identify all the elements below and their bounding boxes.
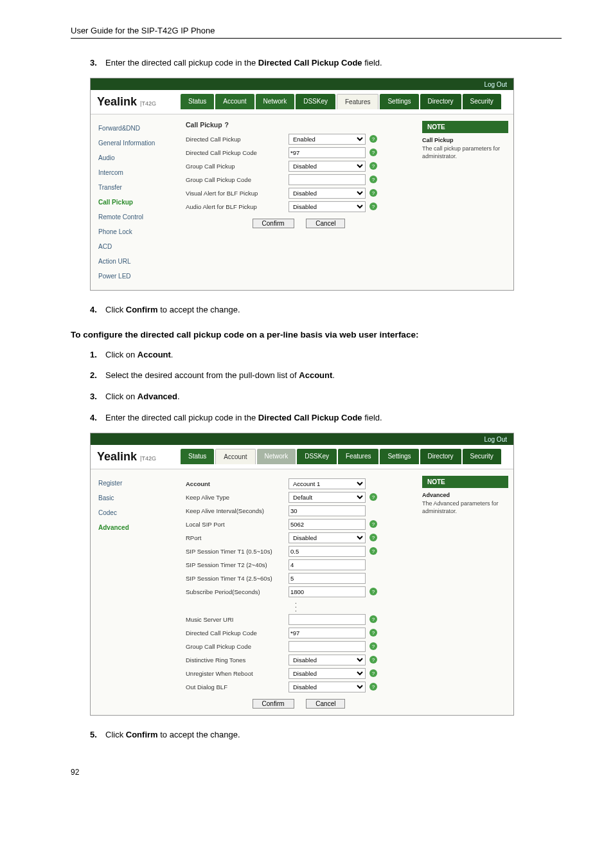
logo-text: Yealink bbox=[97, 450, 137, 463]
confirm-button[interactable]: Confirm bbox=[253, 219, 294, 228]
tab-network[interactable]: Network bbox=[256, 94, 295, 109]
tab-features[interactable]: Features bbox=[337, 94, 378, 109]
field-select[interactable]: Enabled bbox=[289, 134, 366, 145]
field-input[interactable] bbox=[289, 546, 366, 557]
help-icon[interactable]: ? bbox=[369, 162, 377, 170]
sidebar-item-power-led[interactable]: Power LED bbox=[91, 269, 181, 284]
help-icon[interactable]: ? bbox=[369, 629, 377, 637]
sidebar-item-basic[interactable]: Basic bbox=[91, 491, 181, 505]
tab-directory[interactable]: Directory bbox=[420, 449, 461, 464]
help-icon[interactable]: ? bbox=[369, 149, 377, 156]
help-icon[interactable]: ? bbox=[369, 547, 377, 555]
field-input[interactable] bbox=[289, 628, 366, 638]
step-text: Enter the directed call pickup code in t… bbox=[105, 411, 562, 425]
sidebar-item-intercom[interactable]: Intercom bbox=[91, 165, 181, 180]
field-select[interactable]: Disabled bbox=[289, 668, 366, 679]
sidebar-item-audio[interactable]: Audio bbox=[91, 150, 181, 165]
logout-link[interactable]: Log Out bbox=[91, 433, 513, 445]
tab-directory[interactable]: Directory bbox=[420, 94, 461, 109]
step: 1.Click on Account. bbox=[90, 348, 562, 362]
sidebar-item-call-pickup[interactable]: Call Pickup bbox=[91, 195, 181, 210]
cancel-button[interactable]: Cancel bbox=[306, 219, 345, 228]
form-row: Group Call Pickup Code? bbox=[186, 641, 412, 652]
tab-settings[interactable]: Settings bbox=[380, 94, 418, 109]
side-menu: Forward&DND General Information Audio In… bbox=[91, 114, 181, 290]
logout-link[interactable]: Log Out bbox=[91, 78, 513, 90]
text-fragment: to accept the change. bbox=[158, 305, 240, 314]
step-3: 3. Enter the directed call pickup code i… bbox=[90, 57, 562, 70]
text-bold: Account bbox=[138, 350, 171, 359]
field-input[interactable] bbox=[289, 614, 366, 625]
note-heading: Advanced bbox=[422, 492, 508, 500]
sidebar-item-transfer[interactable]: Transfer bbox=[91, 180, 181, 195]
help-icon[interactable]: ? bbox=[369, 615, 377, 623]
field-label: Keep Alive Interval(Seconds) bbox=[186, 507, 289, 514]
note-header: NOTE bbox=[422, 121, 508, 133]
field-input[interactable] bbox=[289, 147, 366, 158]
help-icon[interactable]: ? bbox=[369, 135, 377, 143]
help-icon[interactable]: ? bbox=[369, 520, 377, 528]
field-label: Group Call Pickup bbox=[186, 163, 289, 170]
tab-status[interactable]: Status bbox=[181, 94, 214, 109]
tab-security[interactable]: Security bbox=[463, 94, 501, 109]
field-input[interactable] bbox=[289, 586, 366, 597]
tab-dsskey[interactable]: DSSKey bbox=[296, 94, 335, 109]
form-row: Music Server URI? bbox=[186, 614, 412, 625]
sidebar-item-register[interactable]: Register bbox=[91, 476, 181, 491]
sidebar-item-forward-dnd[interactable]: Forward&DND bbox=[91, 121, 181, 136]
help-icon[interactable]: ? bbox=[369, 669, 377, 677]
field-select[interactable]: Disabled bbox=[289, 532, 366, 543]
field-select[interactable]: Disabled bbox=[289, 161, 366, 172]
help-icon[interactable]: ? bbox=[369, 683, 377, 691]
cancel-button[interactable]: Cancel bbox=[306, 699, 345, 709]
field-input[interactable] bbox=[289, 519, 366, 530]
sidebar-item-phone-lock[interactable]: Phone Lock bbox=[91, 224, 181, 239]
tab-security[interactable]: Security bbox=[463, 449, 501, 464]
tab-account[interactable]: Account bbox=[215, 449, 255, 464]
sidebar-item-codec[interactable]: Codec bbox=[91, 505, 181, 520]
field-select[interactable]: Disabled bbox=[289, 655, 366, 665]
sidebar-item-action-url[interactable]: Action URL bbox=[91, 254, 181, 269]
tab-features[interactable]: Features bbox=[338, 449, 378, 464]
tab-network[interactable]: Network bbox=[257, 449, 296, 464]
help-icon[interactable]: ? bbox=[369, 534, 377, 541]
sidebar-item-general-info[interactable]: General Information bbox=[91, 136, 181, 150]
help-icon[interactable]: ? bbox=[369, 493, 377, 501]
form-row: RPortDisabled? bbox=[186, 532, 412, 543]
field-select[interactable]: Default bbox=[289, 492, 366, 503]
tab-status[interactable]: Status bbox=[181, 449, 214, 464]
form-row: Unregister When RebootDisabled? bbox=[186, 668, 412, 679]
note-column: NOTE Advanced The Advanced parameters fo… bbox=[417, 469, 513, 715]
tab-dsskey[interactable]: DSSKey bbox=[297, 449, 337, 464]
field-input[interactable] bbox=[289, 573, 366, 584]
account-select[interactable]: Account 1 bbox=[289, 478, 366, 489]
step-text: Click Confirm to accept the change. bbox=[105, 728, 562, 742]
help-icon[interactable]: ? bbox=[369, 588, 377, 595]
confirm-button[interactable]: Confirm bbox=[253, 699, 294, 709]
note-heading: Call Pickup bbox=[422, 137, 508, 145]
field-input[interactable] bbox=[289, 174, 366, 185]
field-select[interactable]: Disabled bbox=[289, 201, 366, 212]
help-icon[interactable]: ? bbox=[369, 656, 377, 664]
help-icon[interactable]: ? bbox=[369, 203, 377, 210]
help-icon[interactable]: ? bbox=[369, 176, 377, 183]
screenshot-account-advanced: Log Out Yealink |T42G Status Account Net… bbox=[90, 433, 514, 716]
sidebar-item-acd[interactable]: ACD bbox=[91, 239, 181, 254]
main-tabs: Status Account Network DSSKey Features S… bbox=[181, 94, 502, 109]
form-row: SIP Session Timer T1 (0.5~10s)? bbox=[186, 546, 412, 557]
brand-logo: Yealink |T42G bbox=[91, 90, 181, 114]
field-select[interactable]: Disabled bbox=[289, 188, 366, 199]
help-icon[interactable]: ? bbox=[369, 642, 377, 650]
help-icon[interactable]: ? bbox=[369, 189, 377, 197]
help-icon[interactable]: ? bbox=[225, 121, 229, 129]
field-input[interactable] bbox=[289, 505, 366, 516]
sidebar-item-remote-control[interactable]: Remote Control bbox=[91, 210, 181, 224]
text-fragment: Click bbox=[105, 730, 126, 739]
field-select[interactable]: Disabled bbox=[289, 682, 366, 692]
sidebar-item-advanced[interactable]: Advanced bbox=[91, 520, 181, 535]
field-input[interactable] bbox=[289, 559, 366, 570]
tab-settings[interactable]: Settings bbox=[380, 449, 418, 464]
text-fragment: Click on bbox=[105, 350, 138, 359]
tab-account[interactable]: Account bbox=[215, 94, 254, 109]
field-input[interactable] bbox=[289, 641, 366, 652]
